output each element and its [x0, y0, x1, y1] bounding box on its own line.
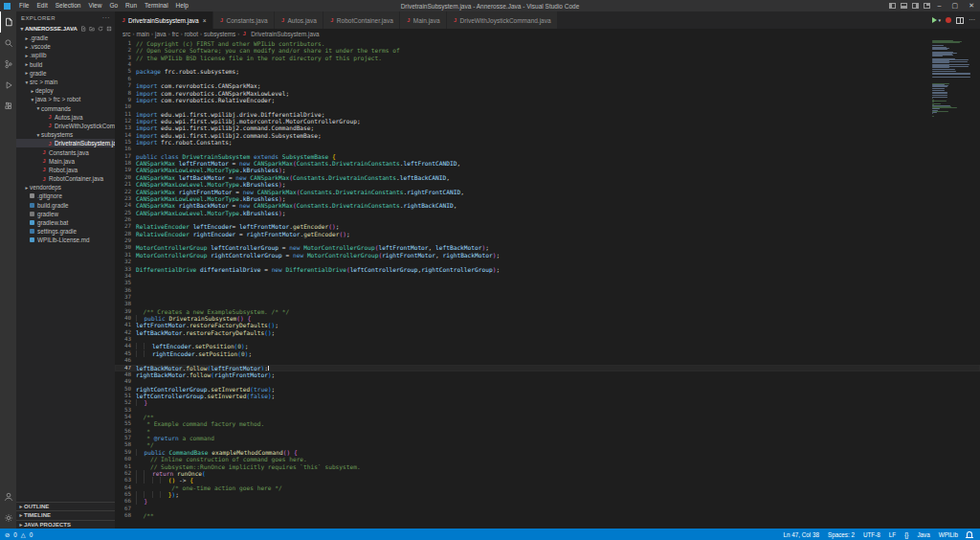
tree-item--vscode[interactable]: ▸.vscode	[16, 42, 115, 51]
menu-edit[interactable]: Edit	[33, 0, 51, 11]
tree-item-subsystems[interactable]: ▾subsystems	[16, 130, 115, 139]
tree-item-build[interactable]: ▸build	[16, 60, 115, 69]
status--[interactable]: {}	[904, 531, 908, 538]
problems-indicator[interactable]: ⊘ 0 △ 0	[0, 531, 33, 538]
close-tab-icon[interactable]: ×	[203, 17, 207, 24]
tree-item-robotcontainer-java[interactable]: JRobotContainer.java	[16, 174, 115, 183]
extensions-icon[interactable]	[0, 96, 16, 117]
tree-item-deploy[interactable]: ▸deploy	[16, 86, 115, 95]
explorer-icon[interactable]	[0, 11, 16, 33]
run-debug-icon[interactable]	[0, 75, 16, 96]
source-control-icon[interactable]	[0, 54, 16, 75]
tab-Constants.java[interactable]: JConstants.java	[213, 11, 274, 29]
tree-item-settings-gradle[interactable]: settings.gradle	[16, 227, 115, 236]
menu-view[interactable]: View	[84, 0, 105, 11]
tree-item-drivetrainsubsystem-java[interactable]: JDrivetrainSubsystem.java	[16, 139, 115, 147]
breadcrumb-item-drivetrainsubsystem.java[interactable]: DrivetrainSubsystem.java	[251, 31, 319, 37]
tree-item--wpilib[interactable]: ▸.wpilib	[16, 51, 115, 59]
code-lines: 1// Copyright (c) FIRST and other WPILib…	[115, 40, 980, 519]
tree-item-robot-java[interactable]: JRobot.java	[16, 166, 115, 174]
section-timeline[interactable]: ▸TIMELINE	[16, 510, 115, 520]
tab-Autos.java[interactable]: JAutos.java	[275, 11, 323, 29]
breadcrumb-item-java[interactable]: java	[155, 31, 167, 37]
line-number: 39	[115, 308, 136, 315]
section-java-projects[interactable]: ▸JAVA PROJECTS	[16, 520, 115, 529]
line-number: 3	[115, 55, 136, 61]
section-outline[interactable]: ▸OUTLINE	[16, 502, 115, 511]
tree-item-constants-java[interactable]: JConstants.java	[16, 147, 115, 156]
search-icon[interactable]	[0, 33, 16, 54]
line-text: CANSparkMaxLowLevel.MotorType.kBrushless…	[136, 181, 286, 188]
breadcrumb-item-main[interactable]: main	[136, 31, 149, 37]
breadcrumb-separator: ›	[132, 31, 134, 36]
new-folder-icon[interactable]	[89, 26, 95, 32]
status-wpilib[interactable]: WPILib	[939, 531, 958, 538]
new-file-icon[interactable]	[80, 26, 86, 32]
status-lf[interactable]: LF	[889, 531, 896, 538]
breadcrumb[interactable]: src›main›java›frc›robot›subsystems›JDriv…	[115, 29, 980, 38]
vertical-scrollbar[interactable]	[973, 38, 980, 529]
tree-item-gradlew[interactable]: gradlew	[16, 210, 115, 218]
notifications-bell-icon[interactable]	[967, 531, 972, 537]
wpilib-icon[interactable]	[946, 17, 951, 23]
account-icon[interactable]	[0, 486, 16, 507]
menu-run[interactable]: Run	[122, 0, 141, 11]
status-java[interactable]: Java	[917, 531, 929, 538]
tree-item-gradle[interactable]: ▸gradle	[16, 69, 115, 78]
status-ln-47-col-38[interactable]: Ln 47, Col 38	[783, 531, 818, 538]
code-line-35: 35	[115, 280, 980, 286]
explorer-root-folder[interactable]: ▾ ANNEROSSE.JAVA	[16, 24, 115, 34]
line-number: 54	[115, 414, 136, 420]
maximize-button[interactable]: ▢	[949, 0, 962, 11]
menu-file[interactable]: File	[15, 0, 33, 11]
toggle-secondary-sidebar-icon[interactable]	[912, 3, 919, 9]
minimize-button[interactable]: –	[935, 0, 945, 11]
toggle-panel-icon[interactable]	[901, 3, 907, 9]
run-java-button[interactable]: ▾	[932, 17, 941, 23]
tab-label: RobotContainer.java	[337, 17, 393, 24]
explorer-more-actions-icon[interactable]: ···	[102, 14, 110, 21]
breadcrumb-item-robot[interactable]: robot	[185, 31, 198, 37]
split-editor-icon[interactable]	[956, 17, 964, 24]
line-number: 25	[115, 210, 136, 216]
java-file-icon: J	[406, 17, 412, 23]
tree-item-main-java[interactable]: JMain.java	[16, 157, 115, 166]
line-number: 14	[115, 132, 136, 139]
status-spaces-2[interactable]: Spaces: 2	[828, 531, 855, 538]
more-actions-icon[interactable]: ⋯	[969, 16, 975, 24]
vscode-logo-icon[interactable]	[4, 3, 11, 10]
tab-Main.java[interactable]: JMain.java	[400, 11, 446, 29]
status-utf-8[interactable]: UTF-8	[863, 531, 880, 538]
tree-item-wpilib-license-md[interactable]: WPILib-License.md	[16, 236, 115, 244]
settings-gear-icon[interactable]	[0, 507, 16, 529]
code-editor[interactable]: 1// Copyright (c) FIRST and other WPILib…	[115, 38, 980, 529]
customize-layout-icon[interactable]	[924, 3, 930, 9]
refresh-icon[interactable]	[98, 26, 103, 32]
tree-item-java-frc-robot[interactable]: ▾java > frc > robot	[16, 95, 115, 103]
menu-terminal[interactable]: Terminal	[141, 0, 172, 11]
collapse-folders-icon[interactable]	[106, 26, 112, 32]
tab-RobotContainer.java[interactable]: JRobotContainer.java	[323, 11, 399, 29]
tree-item-gradlew-bat[interactable]: gradlew.bat	[16, 218, 115, 227]
tree-item-commands[interactable]: ▾commands	[16, 104, 115, 113]
tab-DrivetrainSubsystem.java[interactable]: JDrivetrainSubsystem.java×	[115, 11, 212, 29]
toggle-sidebar-icon[interactable]	[889, 3, 896, 9]
close-button[interactable]: ✕	[966, 0, 977, 11]
tree-item--gradle[interactable]: ▸.gradle	[16, 34, 115, 42]
menu-selection[interactable]: Selection	[52, 0, 85, 11]
tree-item-vendordeps[interactable]: ▸vendordeps	[16, 183, 115, 191]
tree-item-build-gradle[interactable]: build.gradle	[16, 201, 115, 210]
tree-item--gitignore[interactable]: .gitignore	[16, 191, 115, 200]
tree-item-drivewithjoystickcommand-java[interactable]: JDriveWithJoystickCommand.java	[16, 122, 115, 130]
menu-help[interactable]: Help	[172, 0, 192, 11]
tree-item-autos-java[interactable]: JAutos.java	[16, 113, 115, 122]
tab-DriveWithJoystickCommand.java[interactable]: JDriveWithJoystickCommand.java	[447, 11, 557, 29]
tree-item-src-main[interactable]: ▾src > main	[16, 78, 115, 86]
breadcrumb-item-subsystems[interactable]: subsystems	[204, 31, 235, 37]
line-number: 49	[115, 378, 136, 385]
breadcrumb-item-src[interactable]: src	[122, 31, 130, 37]
menu-go[interactable]: Go	[105, 0, 122, 11]
code-line-17: 17public class DrivetrainSubsystem exten…	[115, 153, 980, 160]
breadcrumb-item-frc[interactable]: frc	[172, 31, 179, 37]
minimap[interactable]	[932, 40, 970, 117]
